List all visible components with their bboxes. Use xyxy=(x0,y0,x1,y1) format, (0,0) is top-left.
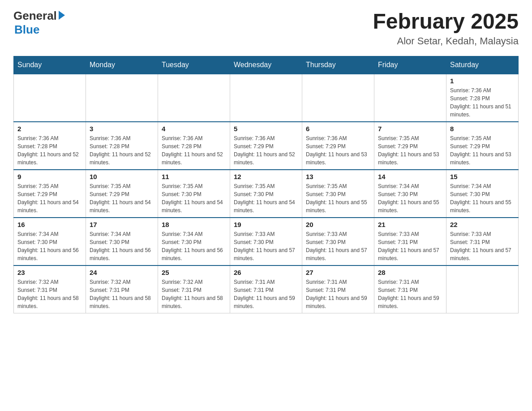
calendar-cell: 24Sunrise: 7:32 AMSunset: 7:31 PMDayligh… xyxy=(86,265,158,313)
calendar-cell: 2Sunrise: 7:36 AMSunset: 7:28 PMDaylight… xyxy=(14,122,86,170)
day-number: 14 xyxy=(378,173,442,180)
day-info: Sunrise: 7:34 AMSunset: 7:30 PMDaylight:… xyxy=(162,230,226,262)
day-number: 24 xyxy=(90,269,154,276)
day-number: 18 xyxy=(162,221,226,228)
calendar-cell xyxy=(446,265,519,313)
day-number: 19 xyxy=(234,221,298,228)
header: General Blue February 2025 Alor Setar, K… xyxy=(13,9,519,47)
day-number: 25 xyxy=(162,269,226,276)
calendar-cell: 27Sunrise: 7:31 AMSunset: 7:31 PMDayligh… xyxy=(302,265,374,313)
day-info: Sunrise: 7:35 AMSunset: 7:30 PMDaylight:… xyxy=(306,182,370,214)
day-number: 13 xyxy=(306,173,370,180)
calendar-table: SundayMondayTuesdayWednesdayThursdayFrid… xyxy=(13,56,519,313)
day-header-friday: Friday xyxy=(374,56,446,74)
logo-general-text: General xyxy=(13,9,65,23)
calendar-cell xyxy=(374,74,446,122)
day-header-tuesday: Tuesday xyxy=(158,56,230,74)
day-info: Sunrise: 7:36 AMSunset: 7:28 PMDaylight:… xyxy=(90,134,154,167)
calendar-cell: 17Sunrise: 7:34 AMSunset: 7:30 PMDayligh… xyxy=(86,218,158,265)
day-info: Sunrise: 7:36 AMSunset: 7:28 PMDaylight:… xyxy=(17,134,82,167)
day-number: 7 xyxy=(378,125,442,133)
calendar-cell xyxy=(302,74,374,122)
calendar-cell: 28Sunrise: 7:31 AMSunset: 7:31 PMDayligh… xyxy=(374,265,446,313)
day-header-thursday: Thursday xyxy=(302,56,374,74)
day-number: 28 xyxy=(378,269,442,276)
day-info: Sunrise: 7:33 AMSunset: 7:30 PMDaylight:… xyxy=(306,230,370,262)
calendar-cell: 6Sunrise: 7:36 AMSunset: 7:29 PMDaylight… xyxy=(302,122,374,170)
day-info: Sunrise: 7:33 AMSunset: 7:30 PMDaylight:… xyxy=(234,230,298,262)
day-number: 16 xyxy=(17,221,82,228)
day-number: 26 xyxy=(234,269,298,276)
day-info: Sunrise: 7:35 AMSunset: 7:30 PMDaylight:… xyxy=(234,182,298,214)
day-header-sunday: Sunday xyxy=(14,56,86,74)
day-number: 8 xyxy=(450,125,515,133)
day-number: 4 xyxy=(162,125,226,133)
calendar-cell: 23Sunrise: 7:32 AMSunset: 7:31 PMDayligh… xyxy=(14,265,86,313)
day-number: 5 xyxy=(234,125,298,133)
day-header-monday: Monday xyxy=(86,56,158,74)
calendar-week-row: 1Sunrise: 7:36 AMSunset: 7:28 PMDaylight… xyxy=(14,74,519,122)
calendar-cell: 22Sunrise: 7:33 AMSunset: 7:31 PMDayligh… xyxy=(446,218,519,265)
day-info: Sunrise: 7:31 AMSunset: 7:31 PMDaylight:… xyxy=(234,278,298,310)
day-info: Sunrise: 7:35 AMSunset: 7:29 PMDaylight:… xyxy=(378,134,442,167)
calendar-week-row: 23Sunrise: 7:32 AMSunset: 7:31 PMDayligh… xyxy=(14,265,519,313)
day-info: Sunrise: 7:35 AMSunset: 7:29 PMDaylight:… xyxy=(450,134,515,167)
day-info: Sunrise: 7:35 AMSunset: 7:30 PMDaylight:… xyxy=(162,182,226,214)
calendar-cell: 3Sunrise: 7:36 AMSunset: 7:28 PMDaylight… xyxy=(86,122,158,170)
calendar-cell: 9Sunrise: 7:35 AMSunset: 7:29 PMDaylight… xyxy=(14,170,86,218)
day-info: Sunrise: 7:31 AMSunset: 7:31 PMDaylight:… xyxy=(306,278,370,310)
calendar-cell: 5Sunrise: 7:36 AMSunset: 7:29 PMDaylight… xyxy=(230,122,302,170)
calendar-cell: 7Sunrise: 7:35 AMSunset: 7:29 PMDaylight… xyxy=(374,122,446,170)
calendar-cell: 13Sunrise: 7:35 AMSunset: 7:30 PMDayligh… xyxy=(302,170,374,218)
day-number: 23 xyxy=(17,269,82,276)
calendar-cell xyxy=(14,74,86,122)
calendar-cell: 21Sunrise: 7:33 AMSunset: 7:31 PMDayligh… xyxy=(374,218,446,265)
calendar-cell xyxy=(158,74,230,122)
calendar-header-row: SundayMondayTuesdayWednesdayThursdayFrid… xyxy=(14,56,519,74)
day-number: 12 xyxy=(234,173,298,180)
day-header-saturday: Saturday xyxy=(446,56,519,74)
day-number: 10 xyxy=(90,173,154,180)
day-info: Sunrise: 7:32 AMSunset: 7:31 PMDaylight:… xyxy=(17,278,82,310)
day-info: Sunrise: 7:36 AMSunset: 7:29 PMDaylight:… xyxy=(234,134,298,167)
day-info: Sunrise: 7:35 AMSunset: 7:29 PMDaylight:… xyxy=(17,182,82,214)
day-number: 3 xyxy=(90,125,154,133)
day-number: 9 xyxy=(17,173,82,180)
day-info: Sunrise: 7:34 AMSunset: 7:30 PMDaylight:… xyxy=(450,182,515,214)
day-info: Sunrise: 7:32 AMSunset: 7:31 PMDaylight:… xyxy=(90,278,154,310)
day-info: Sunrise: 7:35 AMSunset: 7:29 PMDaylight:… xyxy=(90,182,154,214)
calendar-cell: 26Sunrise: 7:31 AMSunset: 7:31 PMDayligh… xyxy=(230,265,302,313)
logo-blue-text: Blue xyxy=(14,23,39,37)
day-info: Sunrise: 7:36 AMSunset: 7:28 PMDaylight:… xyxy=(450,86,515,119)
calendar-week-row: 2Sunrise: 7:36 AMSunset: 7:28 PMDaylight… xyxy=(14,122,519,170)
day-info: Sunrise: 7:33 AMSunset: 7:31 PMDaylight:… xyxy=(378,230,442,262)
calendar-cell: 18Sunrise: 7:34 AMSunset: 7:30 PMDayligh… xyxy=(158,218,230,265)
day-number: 21 xyxy=(378,221,442,228)
day-header-wednesday: Wednesday xyxy=(230,56,302,74)
day-number: 6 xyxy=(306,125,370,133)
calendar-cell: 12Sunrise: 7:35 AMSunset: 7:30 PMDayligh… xyxy=(230,170,302,218)
day-info: Sunrise: 7:34 AMSunset: 7:30 PMDaylight:… xyxy=(90,230,154,262)
day-number: 27 xyxy=(306,269,370,276)
calendar-cell: 25Sunrise: 7:32 AMSunset: 7:31 PMDayligh… xyxy=(158,265,230,313)
logo-triangle-icon xyxy=(59,11,65,20)
calendar-cell: 15Sunrise: 7:34 AMSunset: 7:30 PMDayligh… xyxy=(446,170,519,218)
day-info: Sunrise: 7:32 AMSunset: 7:31 PMDaylight:… xyxy=(162,278,226,310)
day-info: Sunrise: 7:36 AMSunset: 7:28 PMDaylight:… xyxy=(162,134,226,167)
day-info: Sunrise: 7:34 AMSunset: 7:30 PMDaylight:… xyxy=(378,182,442,214)
day-number: 2 xyxy=(17,125,82,133)
calendar-cell: 10Sunrise: 7:35 AMSunset: 7:29 PMDayligh… xyxy=(86,170,158,218)
calendar-week-row: 16Sunrise: 7:34 AMSunset: 7:30 PMDayligh… xyxy=(14,218,519,265)
day-number: 17 xyxy=(90,221,154,228)
day-info: Sunrise: 7:36 AMSunset: 7:29 PMDaylight:… xyxy=(306,134,370,167)
calendar-cell: 11Sunrise: 7:35 AMSunset: 7:30 PMDayligh… xyxy=(158,170,230,218)
calendar-cell: 19Sunrise: 7:33 AMSunset: 7:30 PMDayligh… xyxy=(230,218,302,265)
calendar-cell: 14Sunrise: 7:34 AMSunset: 7:30 PMDayligh… xyxy=(374,170,446,218)
calendar-week-row: 9Sunrise: 7:35 AMSunset: 7:29 PMDaylight… xyxy=(14,170,519,218)
location: Alor Setar, Kedah, Malaysia xyxy=(373,35,519,47)
day-number: 20 xyxy=(306,221,370,228)
calendar-cell: 1Sunrise: 7:36 AMSunset: 7:28 PMDaylight… xyxy=(446,74,519,122)
calendar-cell xyxy=(86,74,158,122)
day-info: Sunrise: 7:31 AMSunset: 7:31 PMDaylight:… xyxy=(378,278,442,310)
day-number: 22 xyxy=(450,221,515,228)
